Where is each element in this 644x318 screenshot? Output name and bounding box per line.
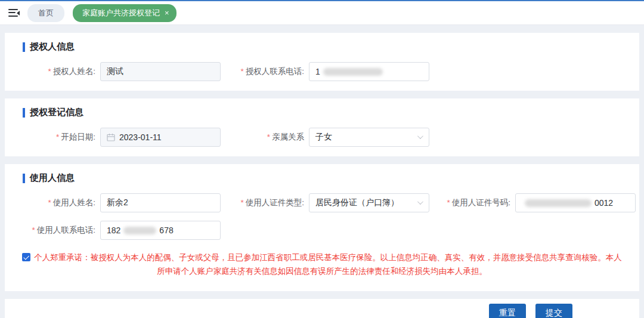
redacted-value xyxy=(525,199,592,207)
tab-active-label: 家庭账户共济授权登记 xyxy=(82,8,160,18)
required-mark: * xyxy=(447,198,450,207)
required-mark: * xyxy=(240,67,243,76)
tab-bar: 首页 家庭账户共济授权登记 × xyxy=(0,1,644,25)
user-name-input[interactable]: 新余2 xyxy=(100,193,221,212)
required-mark: * xyxy=(267,132,270,141)
required-mark: * xyxy=(32,226,35,234)
cert-no-input[interactable]: 0012 xyxy=(515,193,636,212)
required-mark: * xyxy=(240,198,243,207)
user-name-value: 新余2 xyxy=(107,197,128,208)
submit-button[interactable]: 提交 xyxy=(535,304,572,318)
title-accent-bar xyxy=(23,42,25,52)
section-title-text: 使用人信息 xyxy=(30,172,75,184)
cert-type-value: 居民身份证（户口簿） xyxy=(315,197,399,208)
authorizer-phone-value: 1 xyxy=(315,67,320,76)
close-icon[interactable]: × xyxy=(165,9,169,17)
calendar-icon xyxy=(107,133,115,141)
tab-family-account[interactable]: 家庭账户共济授权登记 × xyxy=(73,4,177,22)
section-title-registration: 授权登记信息 xyxy=(5,107,639,118)
agreement-block: 个人郑重承诺：被授权人为本人的配偶、子女或父母，且已参加江西省职工或居民基本医疗… xyxy=(20,251,624,278)
agreement-text: 个人郑重承诺：被授权人为本人的配偶、子女或父母，且已参加江西省职工或居民基本医疗… xyxy=(34,253,622,276)
start-date-value: 2023-01-11 xyxy=(119,132,162,142)
cert-no-label: *使用人证件号码: xyxy=(429,197,515,208)
authorizer-name-value: 测试 xyxy=(107,66,123,77)
user-phone-input[interactable]: 182 678 xyxy=(100,221,221,240)
user-phone-label: *使用人联系电话: xyxy=(5,225,100,236)
authorizer-phone-label: *授权人联系电话: xyxy=(221,66,309,77)
agreement-checkbox[interactable] xyxy=(22,253,30,261)
section-title-text: 授权登记信息 xyxy=(30,107,83,118)
authorizer-name-input[interactable]: 测试 xyxy=(100,62,221,81)
cert-no-value: 0012 xyxy=(595,198,613,208)
authorizer-name-label: *授权人姓名: xyxy=(5,66,100,77)
section-title-user: 使用人信息 xyxy=(5,172,639,184)
required-mark: * xyxy=(48,198,51,207)
cert-type-label: *使用人证件类型: xyxy=(221,197,309,208)
user-phone-value-prefix: 182 xyxy=(107,226,120,235)
section-title-authorizer: 授权人信息 xyxy=(5,41,639,53)
tab-home-label: 首页 xyxy=(38,8,54,17)
action-bar: 重置 提交 xyxy=(5,299,639,318)
chevron-down-icon xyxy=(417,133,423,139)
redacted-value xyxy=(323,68,383,76)
required-mark: * xyxy=(56,132,59,141)
authorizer-phone-input[interactable]: 1 xyxy=(309,62,429,81)
tab-home[interactable]: 首页 xyxy=(27,4,64,22)
chevron-down-icon xyxy=(417,199,423,205)
start-date-label: *开始日期: xyxy=(5,132,100,143)
reset-button[interactable]: 重置 xyxy=(489,304,526,318)
section-registration-info: 授权登记信息 *开始日期: 2023-01-11 *亲属关系 子女 xyxy=(5,98,639,156)
collapse-menu-icon[interactable] xyxy=(8,9,19,17)
relation-label: *亲属关系 xyxy=(221,132,309,143)
user-name-label: *使用人姓名: xyxy=(5,197,100,208)
section-user-info: 使用人信息 *使用人姓名: 新余2 *使用人证件类型: 居民身份证（户口簿） *… xyxy=(5,164,639,291)
section-authorizer-info: 授权人信息 *授权人姓名: 测试 *授权人联系电话: 1 xyxy=(5,33,639,91)
cert-type-select[interactable]: 居民身份证（户口簿） xyxy=(309,193,429,212)
required-mark: * xyxy=(48,67,51,76)
title-accent-bar xyxy=(23,174,25,183)
section-title-text: 授权人信息 xyxy=(30,41,75,53)
relation-select[interactable]: 子女 xyxy=(309,128,429,147)
redacted-value xyxy=(123,227,156,234)
user-phone-value-suffix: 678 xyxy=(159,226,173,235)
start-date-input[interactable]: 2023-01-11 xyxy=(100,128,221,147)
relation-value: 子女 xyxy=(315,132,332,143)
title-accent-bar xyxy=(23,108,25,118)
